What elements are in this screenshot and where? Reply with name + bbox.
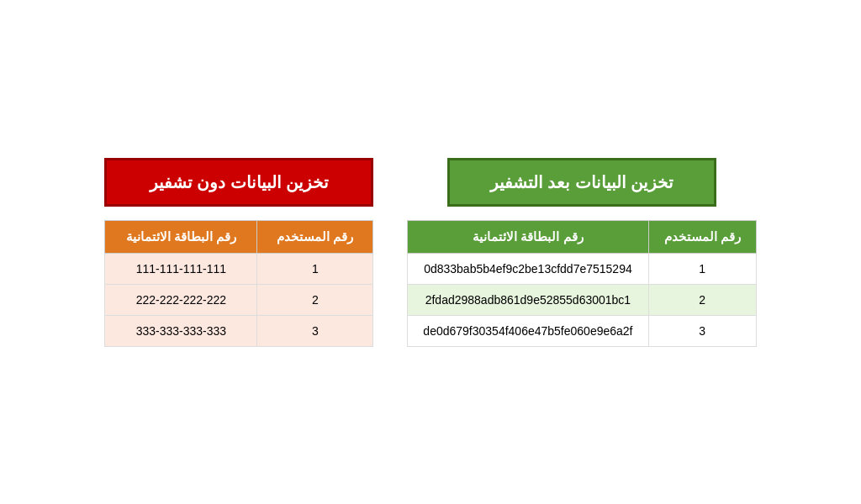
user-id-cell: 1 <box>648 253 756 284</box>
card-cell: 2fdad2988adb861d9e52855d63001bc1 <box>408 284 648 315</box>
card-cell: de0d679f30354f406e47b5fe060e9e6a2f <box>408 315 648 346</box>
plain-table: رقم المستخدم رقم البطاقة الائتمانية 1111… <box>104 220 373 347</box>
table-row: 22fdad2988adb861d9e52855d63001bc1 <box>408 284 756 315</box>
plain-section: تخزين البيانات دون تشفير رقم المستخدم رق… <box>104 158 373 347</box>
plain-title: تخزين البيانات دون تشفير <box>104 158 373 207</box>
card-cell: 222-222-222-222 <box>105 284 257 315</box>
plain-header-card: رقم البطاقة الائتمانية <box>105 220 257 253</box>
encrypted-title: تخزين البيانات بعد التشفير <box>447 158 716 207</box>
user-id-cell: 2 <box>648 284 756 315</box>
card-cell: 333-333-333-333 <box>105 315 257 346</box>
table-row: 2222-222-222-222 <box>105 284 373 315</box>
user-id-cell: 3 <box>257 315 373 346</box>
encrypted-section: تخزين البيانات بعد التشفير رقم المستخدم … <box>407 158 756 347</box>
table-row: 3de0d679f30354f406e47b5fe060e9e6a2f <box>408 315 756 346</box>
main-container: تخزين البيانات بعد التشفير رقم المستخدم … <box>87 141 773 364</box>
card-cell: 0d833bab5b4ef9c2be13cfdd7e7515294 <box>408 253 648 284</box>
user-id-cell: 1 <box>257 253 373 284</box>
user-id-cell: 3 <box>648 315 756 346</box>
card-cell: 111-111-111-111 <box>105 253 257 284</box>
encrypted-table: رقم المستخدم رقم البطاقة الائتمانية 10d8… <box>407 220 756 347</box>
encrypted-header-card: رقم البطاقة الائتمانية <box>408 220 648 253</box>
table-row: 3333-333-333-333 <box>105 315 373 346</box>
user-id-cell: 2 <box>257 284 373 315</box>
table-row: 1111-111-111-111 <box>105 253 373 284</box>
plain-header-userid: رقم المستخدم <box>257 220 373 253</box>
encrypted-header-userid: رقم المستخدم <box>648 220 756 253</box>
table-row: 10d833bab5b4ef9c2be13cfdd7e7515294 <box>408 253 756 284</box>
